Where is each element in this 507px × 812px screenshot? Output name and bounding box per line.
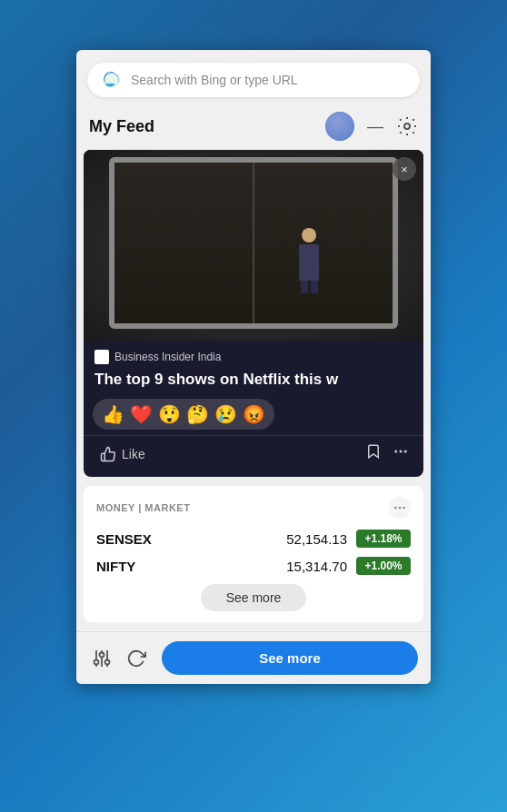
svg-point-1: [105, 83, 115, 85]
person-body: [299, 244, 319, 281]
like-label: Like: [122, 447, 145, 461]
refresh-icon: [126, 649, 146, 668]
svg-point-9: [100, 652, 104, 657]
market-header: MONEY | MARKET: [96, 497, 411, 519]
market-row-nifty: NIFTY 15,314.70 +1.00%: [96, 557, 411, 575]
nifty-value: 15,314.70: [178, 559, 347, 574]
news-card: × Business Insider India The top 9 shows…: [84, 150, 423, 477]
search-input[interactable]: Search with Bing or type URL: [131, 73, 405, 87]
person-head: [302, 228, 316, 243]
edge-logo-icon: [102, 70, 122, 90]
news-title[interactable]: The top 9 shows on Netflix this w: [84, 368, 423, 397]
reaction-thinking[interactable]: 🤔: [186, 403, 209, 425]
sensex-value: 52,154.13: [178, 531, 347, 547]
reaction-angry[interactable]: 😡: [243, 403, 265, 425]
reaction-wow[interactable]: 😲: [158, 403, 181, 425]
sensex-change-badge: +1.18%: [356, 530, 411, 548]
market-more-button[interactable]: [389, 497, 411, 519]
see-more-button[interactable]: See more: [162, 641, 418, 675]
refresh-button[interactable]: [124, 646, 149, 671]
see-more-inner-container: See more: [96, 584, 411, 611]
ellipsis-icon: [393, 443, 409, 460]
avatar-image: [325, 112, 354, 141]
like-button[interactable]: Like: [93, 442, 153, 466]
news-source: Business Insider India: [84, 341, 423, 368]
bookmark-icon: [365, 443, 382, 460]
person-legs: [295, 281, 323, 293]
card-actions: Like: [84, 435, 423, 477]
reaction-thumbsup[interactable]: 👍: [102, 403, 124, 425]
svg-point-7: [399, 507, 402, 510]
sensex-label: SENSEX: [96, 531, 178, 547]
svg-point-2: [404, 124, 410, 129]
reaction-sad[interactable]: 😢: [214, 403, 237, 425]
gear-icon: [396, 115, 418, 137]
person-silhouette: [295, 228, 323, 292]
person-leg-right: [311, 281, 318, 293]
svg-point-4: [400, 451, 403, 453]
news-image-background: [84, 150, 423, 341]
svg-point-6: [394, 507, 397, 510]
reaction-pill: 👍 ❤️ 😲 🤔 😢 😡: [93, 399, 274, 430]
minimize-button[interactable]: —: [362, 116, 389, 136]
market-category-label: MONEY | MARKET: [96, 502, 389, 513]
source-name: Business Insider India: [114, 351, 221, 363]
svg-point-5: [404, 451, 407, 453]
close-button[interactable]: ×: [393, 157, 416, 181]
reaction-heart[interactable]: ❤️: [130, 403, 153, 425]
feed-title: My Feed: [89, 117, 318, 136]
ellipsis-icon: [393, 500, 407, 515]
tv-frame: [109, 157, 398, 329]
market-card: MONEY | MARKET SENSEX 52,154.13 +1.18% N…: [84, 486, 423, 622]
bottom-bar: See more: [76, 631, 431, 684]
customize-icon: [91, 648, 113, 669]
avatar[interactable]: [325, 112, 354, 141]
nifty-change-badge: +1.00%: [356, 557, 411, 575]
market-row-sensex: SENSEX 52,154.13 +1.18%: [96, 530, 411, 548]
reaction-bar: 👍 ❤️ 😲 🤔 😢 😡: [84, 397, 423, 435]
source-icon: [94, 350, 109, 364]
nifty-label: NIFTY: [96, 559, 178, 574]
browser-panel: Search with Bing or type URL My Feed —: [76, 50, 431, 684]
bookmark-button[interactable]: [360, 440, 387, 468]
settings-button[interactable]: [396, 115, 418, 137]
elevator-door-line: [253, 163, 254, 323]
search-bar[interactable]: Search with Bing or type URL: [87, 63, 420, 97]
news-image: ×: [84, 150, 423, 341]
see-more-inner-button[interactable]: See more: [201, 584, 307, 611]
svg-point-3: [394, 451, 397, 453]
svg-point-8: [403, 507, 405, 510]
feed-header: My Feed —: [76, 106, 431, 150]
svg-point-11: [105, 659, 110, 664]
thumbsup-icon: [100, 446, 116, 462]
tv-screen: [114, 163, 393, 323]
customize-button[interactable]: [89, 646, 114, 671]
more-options-button[interactable]: [387, 440, 414, 468]
person-leg-left: [301, 281, 308, 293]
svg-point-10: [94, 659, 99, 664]
